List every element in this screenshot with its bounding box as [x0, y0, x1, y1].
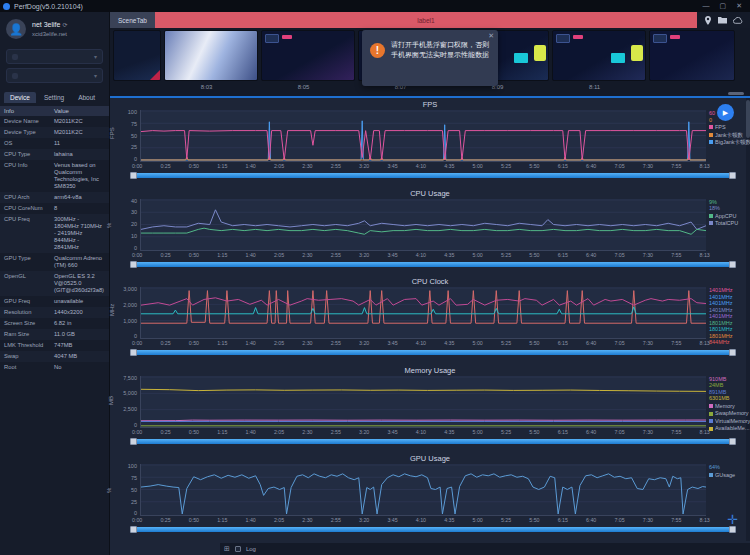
screenshot-gallery: 8:038:058:078:098:11 ! 请打开手机悬浮窗口权限，否则手机界…: [110, 28, 750, 98]
table-row: Device TypeM2011K2C: [0, 127, 109, 138]
y-axis-ticks: 1007550250: [118, 110, 140, 162]
maximize-button[interactable]: ▢: [720, 2, 727, 10]
y-axis-label: MB: [108, 396, 114, 405]
thumbnail-timestamp: 8:05: [255, 81, 352, 93]
table-row: Ram Size11.0 GB: [0, 329, 109, 340]
log-checkbox-label: Log: [246, 546, 256, 552]
chart-title: GPU Usage: [110, 453, 750, 464]
y-axis-ticks: 403020100: [118, 199, 140, 251]
legend-item: GUsage: [709, 472, 750, 479]
series-memory: [141, 420, 706, 421]
current-value: 18%: [709, 205, 750, 212]
slider-handle-right[interactable]: [729, 526, 736, 533]
slider-handle-right[interactable]: [729, 172, 736, 179]
slider-handle-left[interactable]: [130, 438, 137, 445]
log-checkbox[interactable]: [235, 546, 241, 552]
permission-notice: ! 请打开手机悬浮窗口权限，否则手机界面无法实时显示性能数据 ✕: [362, 30, 498, 86]
slider-handle-right[interactable]: [729, 349, 736, 356]
grid-icon[interactable]: ⊞: [224, 545, 230, 553]
time-range-slider[interactable]: [130, 260, 736, 269]
series-jank: [141, 157, 706, 160]
chart-plot: [140, 287, 706, 339]
legend-item: Memory: [709, 403, 750, 410]
tab-scene[interactable]: SceneTab: [110, 12, 155, 28]
time-range-slider[interactable]: [130, 171, 736, 180]
y-axis-label: MHz: [109, 304, 115, 316]
chart-plot: [140, 376, 706, 428]
device-select[interactable]: ▾: [6, 49, 103, 64]
cloud-icon[interactable]: [733, 17, 743, 24]
chevron-down-icon: ▾: [94, 72, 97, 79]
sidebar: 👤 net 3elife⟳ xcid3elife.net ▾ ▾ DeviceS…: [0, 12, 110, 555]
slider-handle-right[interactable]: [729, 261, 736, 268]
gallery-thumbnail[interactable]: [113, 30, 161, 81]
device-icon: [12, 54, 18, 60]
table-row: CPU CoreNum8: [0, 203, 109, 214]
y-axis-label: %: [106, 488, 112, 493]
slider-handle-left[interactable]: [130, 526, 137, 533]
sidebar-tab-setting[interactable]: Setting: [38, 92, 70, 103]
gallery-thumbnail[interactable]: [164, 30, 258, 81]
location-icon[interactable]: [704, 16, 712, 25]
table-row: CPU Typelahaina: [0, 149, 109, 160]
series-availablememory: [141, 389, 706, 391]
play-button[interactable]: ▶: [717, 104, 734, 121]
table-row: Resolution1440x3200: [0, 307, 109, 318]
time-range-slider[interactable]: [130, 525, 736, 534]
chart-panel-cpu-usage: CPU Usage%4030201009%18%AppCPUTotalCPU0:…: [110, 187, 750, 276]
sidebar-tabs: DeviceSettingAbout: [0, 87, 109, 103]
device-info-table: Info Value Device NameM2011K2CDevice Typ…: [0, 106, 109, 373]
chart-right-column: 9%18%AppCPUTotalCPU: [706, 199, 750, 251]
app-select[interactable]: ▾: [6, 68, 103, 83]
slider-handle-right[interactable]: [729, 438, 736, 445]
slider-handle-left[interactable]: [130, 349, 137, 356]
time-range-slider[interactable]: [130, 437, 736, 446]
label-banner: label1: [155, 12, 697, 28]
slider-handle-left[interactable]: [130, 172, 137, 179]
x-axis-ticks: 0:000:250:501:151:402:052:302:553:203:45…: [132, 251, 710, 260]
current-value: 844MHz: [709, 339, 750, 346]
chart-title: CPU Usage: [110, 188, 750, 199]
close-button[interactable]: ✕: [736, 2, 742, 10]
y-axis-label: %: [106, 222, 112, 227]
notice-close-icon[interactable]: ✕: [488, 32, 494, 40]
chart-panel-fps: FPSFPS1007550250600FPSJank卡顿数BigJank卡顿数0…: [110, 98, 750, 187]
chart-title: CPU Clock: [110, 276, 750, 287]
x-axis-ticks: 0:000:250:501:151:402:052:302:553:203:45…: [132, 162, 710, 171]
legend-item: AppCPU: [709, 213, 750, 220]
chart-panel-memory-usage: Memory UsageMB7,5005,0002,5000910MB24MB8…: [110, 364, 750, 453]
sidebar-tab-device[interactable]: Device: [4, 92, 36, 103]
legend-item: TotalCPU: [709, 220, 750, 227]
user-account: xcid3elife.net: [32, 30, 67, 39]
table-row: LMK Threshold747MB: [0, 340, 109, 351]
gallery-thumbnail[interactable]: [649, 30, 735, 81]
gallery-scrollbar[interactable]: [728, 92, 744, 95]
user-card: 👤 net 3elife⟳ xcid3elife.net: [0, 12, 109, 45]
status-bar: ⊞ Log: [220, 543, 750, 555]
main-area: SceneTab label1 8:038:058:078:098:11 ! 请…: [110, 12, 750, 555]
chart-plot: [140, 110, 706, 162]
series-bigjank: [141, 121, 706, 160]
legend-item: Jank卡顿数: [709, 132, 750, 139]
gallery-thumbnail[interactable]: [261, 30, 355, 81]
sync-icon[interactable]: ⟳: [62, 22, 67, 28]
minimize-button[interactable]: —: [703, 2, 710, 10]
value-column-header: Value: [50, 106, 109, 116]
legend-item: VirtualMemory: [709, 418, 750, 425]
table-row: OS11: [0, 138, 109, 149]
info-column-header: Info: [0, 106, 50, 116]
chart-plot: [140, 199, 706, 251]
table-row: CPU Freq300MHz - 1804MHz 710MHz - 2419MH…: [0, 214, 109, 253]
folder-icon[interactable]: [718, 16, 727, 24]
sidebar-tab-about[interactable]: About: [72, 92, 101, 103]
series-appcpu: [141, 228, 706, 234]
time-range-slider[interactable]: [130, 348, 736, 357]
current-value: 64%: [709, 464, 750, 471]
slider-handle-left[interactable]: [130, 261, 137, 268]
series-gusage: [141, 474, 706, 514]
gallery-thumbnail[interactable]: [552, 30, 646, 81]
notice-text: 请打开手机悬浮窗口权限，否则手机界面无法实时显示性能数据: [391, 40, 490, 80]
table-row: GPU TypeQualcomm Adreno (TM) 660: [0, 253, 109, 271]
table-row: Swap4047 MB: [0, 351, 109, 362]
table-row: RootNo: [0, 362, 109, 373]
